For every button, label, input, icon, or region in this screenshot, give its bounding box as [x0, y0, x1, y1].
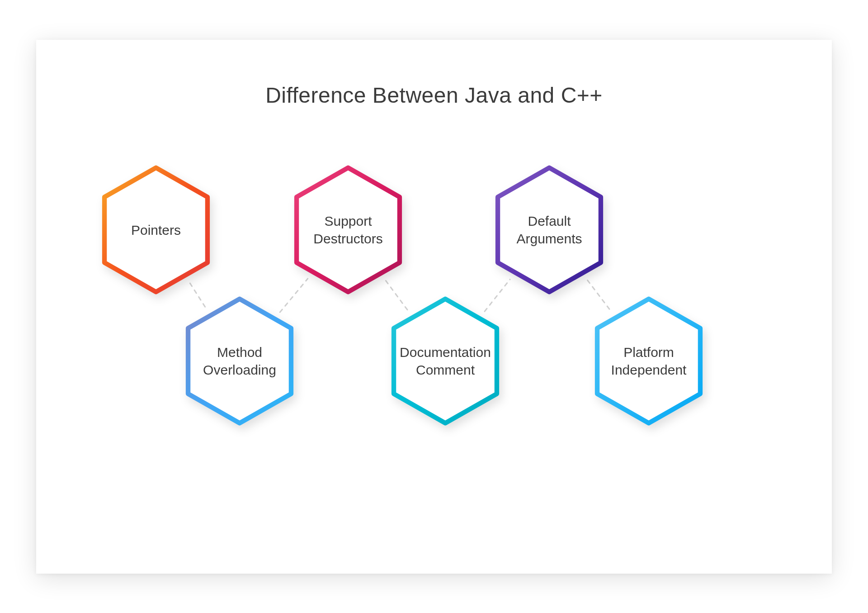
hex-label-method-overloading: Method Overloading: [188, 343, 292, 379]
hex-documentation-comment: Documentation Comment: [387, 295, 504, 427]
hex-pointers: Pointers: [97, 164, 215, 295]
hex-method-overloading: Method Overloading: [181, 295, 298, 427]
hex-platform-independent: Platform Independent: [590, 295, 708, 427]
hex-stage: PointersMethod OverloadingSupport Destru…: [36, 40, 832, 574]
hex-support-destructors: Support Destructors: [289, 164, 407, 295]
hex-label-support-destructors: Support Destructors: [296, 212, 400, 247]
hex-label-default-arguments: Default Arguments: [497, 212, 601, 247]
hex-label-pointers: Pointers: [104, 221, 208, 238]
diagram-card: Difference Between Java and C++ Pointers…: [36, 40, 832, 574]
hex-default-arguments: Default Arguments: [491, 164, 608, 295]
hex-label-platform-independent: Platform Independent: [597, 343, 701, 379]
hex-label-documentation-comment: Documentation Comment: [393, 343, 497, 379]
